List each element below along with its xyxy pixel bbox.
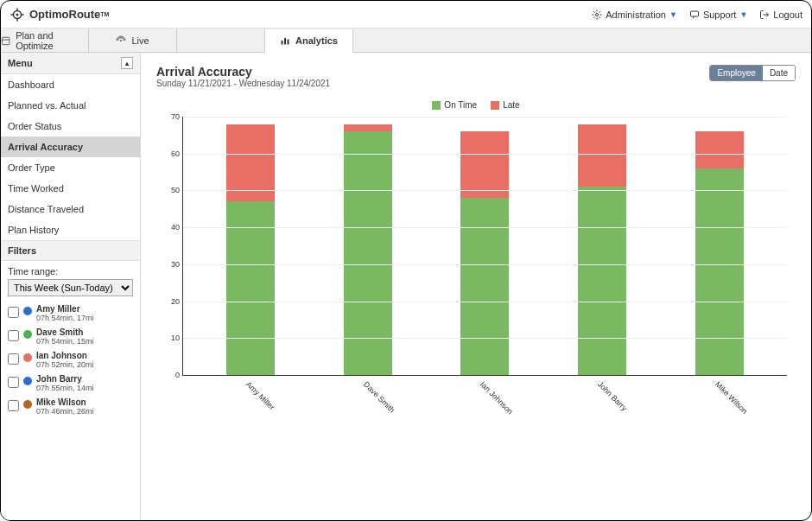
page-title: Arrival Accuracy bbox=[156, 65, 330, 79]
chat-icon bbox=[689, 10, 700, 20]
svg-rect-11 bbox=[282, 41, 283, 45]
tab-analytics[interactable]: Analytics bbox=[265, 29, 353, 53]
view-toggle: Employee Date bbox=[709, 65, 796, 81]
bar-chart-icon bbox=[280, 35, 290, 46]
gridline bbox=[183, 117, 787, 118]
driver-color-dot bbox=[23, 377, 32, 385]
main-content: Arrival Accuracy Sunday 11/21/2021 - Wed… bbox=[141, 53, 811, 520]
y-tick-label: 20 bbox=[162, 297, 180, 306]
y-tick-label: 60 bbox=[162, 149, 180, 158]
driver-name: Mike Wilson bbox=[36, 397, 94, 407]
logout-link[interactable]: Logout bbox=[759, 10, 802, 20]
driver-row: Dave Smith07h 54min, 15mi bbox=[1, 325, 140, 348]
svg-rect-7 bbox=[690, 11, 698, 16]
tab-plan[interactable]: Plan and Optimize bbox=[1, 29, 89, 52]
driver-row: Amy Miller07h 54min, 17mi bbox=[1, 302, 140, 325]
bar-segment-late bbox=[578, 124, 626, 187]
driver-color-dot bbox=[23, 307, 32, 315]
bar-segment-late bbox=[695, 131, 744, 168]
gear-icon bbox=[592, 10, 602, 20]
bars-container: Amy MillerDave SmithIan JohnsonJohn Barr… bbox=[183, 117, 787, 375]
support-link[interactable]: Support ▼ bbox=[689, 10, 747, 20]
tab-live[interactable]: Live bbox=[89, 29, 177, 52]
bar-segment-ontime bbox=[460, 198, 509, 375]
time-range-label: Time range: bbox=[8, 266, 133, 276]
menu-item-order-type[interactable]: Order Type bbox=[1, 157, 140, 178]
target-icon bbox=[10, 7, 25, 22]
svg-rect-12 bbox=[284, 38, 286, 45]
menu-item-dashboard[interactable]: Dashboard bbox=[1, 74, 140, 95]
menu-item-time-worked[interactable]: Time Worked bbox=[1, 178, 140, 199]
legend-swatch-late bbox=[491, 101, 499, 110]
driver-color-dot bbox=[23, 400, 32, 409]
bar-column: Dave Smith bbox=[344, 117, 392, 375]
svg-point-6 bbox=[596, 13, 599, 16]
driver-checkbox[interactable] bbox=[8, 377, 19, 388]
gridline bbox=[183, 338, 787, 339]
menu-header: Menu ▴ bbox=[1, 53, 140, 74]
bar-column: Mike Wilson bbox=[695, 117, 744, 375]
gridline bbox=[183, 154, 787, 155]
chart-canvas: Amy MillerDave SmithIan JohnsonJohn Barr… bbox=[182, 117, 787, 376]
y-tick-label: 30 bbox=[162, 260, 180, 269]
driver-name: Ian Johnson bbox=[36, 351, 94, 360]
driver-stats: 07h 54min, 15mi bbox=[36, 337, 94, 346]
driver-name: Dave Smith bbox=[36, 327, 94, 337]
driver-checkbox[interactable] bbox=[8, 307, 19, 318]
driver-checkbox[interactable] bbox=[8, 400, 19, 411]
toggle-employee[interactable]: Employee bbox=[710, 66, 762, 80]
bar-segment-ontime bbox=[578, 187, 626, 375]
driver-checkbox[interactable] bbox=[8, 353, 19, 365]
driver-checkbox[interactable] bbox=[8, 330, 19, 341]
y-tick-label: 40 bbox=[162, 223, 180, 232]
caret-down-icon: ▼ bbox=[739, 10, 747, 19]
menu-item-arrival-accuracy[interactable]: Arrival Accuracy bbox=[1, 137, 140, 157]
driver-stats: 07h 46min, 26mi bbox=[36, 407, 94, 416]
filters-header: Filters bbox=[1, 240, 140, 261]
legend-ontime: On Time bbox=[432, 100, 477, 110]
x-tick-label: Dave Smith bbox=[362, 380, 396, 415]
bar-column: John Barry bbox=[578, 117, 626, 375]
caret-down-icon: ▼ bbox=[669, 10, 677, 19]
bar-column: Amy Miller bbox=[226, 117, 275, 375]
brand-logo: OptimoRouteTM bbox=[10, 7, 109, 22]
x-tick-label: Amy Miller bbox=[244, 380, 276, 412]
svg-point-10 bbox=[120, 40, 122, 41]
time-range-select[interactable]: This Week (Sun-Today) bbox=[8, 279, 133, 296]
driver-row: John Barry07h 55min, 14mi bbox=[1, 372, 140, 395]
x-tick-label: John Barry bbox=[596, 380, 629, 413]
gridline bbox=[183, 264, 787, 265]
bar-segment-ontime bbox=[695, 168, 744, 375]
legend-swatch-ontime bbox=[432, 101, 441, 110]
calendar-icon bbox=[1, 35, 10, 46]
bar-segment-late bbox=[460, 131, 509, 198]
menu-item-plan-history[interactable]: Plan History bbox=[1, 219, 140, 240]
driver-color-dot bbox=[23, 330, 32, 339]
main-tabs: Plan and Optimize Live Analytics bbox=[1, 29, 811, 53]
gridline bbox=[183, 302, 787, 302]
driver-row: Mike Wilson07h 46min, 26mi bbox=[1, 395, 140, 418]
toggle-date[interactable]: Date bbox=[763, 66, 795, 80]
menu-item-planned-vs-actual[interactable]: Planned vs. Actual bbox=[1, 95, 140, 116]
brand-name: OptimoRoute bbox=[29, 8, 100, 21]
admin-link[interactable]: Administration ▼ bbox=[592, 10, 677, 20]
driver-stats: 07h 54min, 17mi bbox=[36, 314, 94, 322]
legend-late: Late bbox=[491, 100, 519, 110]
page-subtitle: Sunday 11/21/2021 - Wednesday 11/24/2021 bbox=[156, 79, 330, 88]
logout-icon bbox=[759, 10, 770, 20]
svg-point-1 bbox=[16, 13, 19, 16]
brand-tm: TM bbox=[100, 11, 109, 17]
x-tick-label: Ian Johnson bbox=[479, 380, 515, 416]
svg-rect-8 bbox=[2, 37, 9, 44]
collapse-toggle[interactable]: ▴ bbox=[121, 57, 133, 69]
menu-item-distance-traveled[interactable]: Distance Traveled bbox=[1, 199, 140, 219]
y-tick-label: 50 bbox=[162, 186, 180, 194]
y-tick-label: 0 bbox=[162, 371, 180, 379]
driver-stats: 07h 55min, 14mi bbox=[36, 384, 94, 392]
menu-item-order-status[interactable]: Order Status bbox=[1, 116, 140, 137]
chevron-up-icon: ▴ bbox=[125, 60, 129, 67]
x-tick-label: Mike Wilson bbox=[714, 380, 749, 416]
tab-spacer bbox=[177, 29, 265, 52]
gridline bbox=[183, 227, 787, 228]
driver-color-dot bbox=[23, 353, 32, 362]
